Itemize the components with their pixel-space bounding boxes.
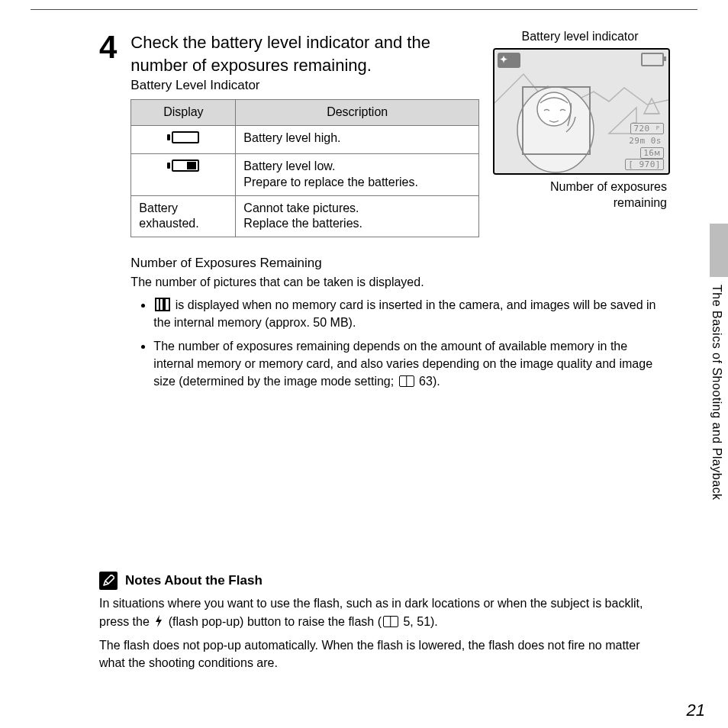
lcd-preview: ✦ 720 ᵖ 29m 0s 16ᴍ [ 970] bbox=[493, 48, 670, 175]
page-refs: 5, 51). bbox=[403, 615, 437, 628]
page-number: 21 bbox=[687, 701, 705, 720]
exposures-intro: The number of pictures that can be taken… bbox=[130, 274, 667, 291]
cell-description: Cannot take pictures. Replace the batter… bbox=[236, 195, 479, 237]
step-4: 4 Check the battery level indicator and … bbox=[99, 27, 667, 396]
step-title-line2: number of exposures remaining. bbox=[130, 56, 372, 75]
step-number: 4 bbox=[99, 31, 117, 63]
bullet-text: is displayed when no memory card is inse… bbox=[153, 298, 656, 329]
lcd-preview-wrap: Battery level indicator bbox=[493, 30, 667, 211]
notes-paragraph: The flash does not pop-up automatically.… bbox=[99, 636, 667, 672]
notes-section: Notes About the Flash In situations wher… bbox=[99, 572, 667, 672]
recording-time-remaining: 29m 0s bbox=[627, 136, 664, 146]
col-display: Display bbox=[131, 100, 236, 126]
list-item: The number of exposures remaining depend… bbox=[153, 337, 667, 391]
disp-line: exhausted. bbox=[139, 217, 198, 230]
table-row: Battery level low. Prepare to replace th… bbox=[131, 153, 479, 195]
manual-page: The Basics of Shooting and Playback 4 Ch… bbox=[31, 9, 697, 728]
exposures-subhead: Number of Exposures Remaining bbox=[130, 256, 667, 271]
notes-title: Notes About the Flash bbox=[125, 573, 263, 588]
page-ref-icon bbox=[399, 375, 414, 387]
exposures-remaining-count: [ 970] bbox=[625, 159, 664, 170]
lcd-bottom-caption: Number of exposures remaining bbox=[493, 179, 667, 211]
cell-display bbox=[131, 126, 236, 154]
internal-memory-icon bbox=[155, 298, 170, 311]
list-item: is displayed when no memory card is inse… bbox=[153, 296, 667, 331]
disp-line: Battery bbox=[139, 201, 178, 214]
image-size-badge: 16ᴍ bbox=[640, 147, 664, 159]
caption-line: Number of exposures bbox=[550, 180, 667, 193]
notes-paragraph: In situations where you want to use the … bbox=[99, 594, 667, 631]
lcd-top-caption: Battery level indicator bbox=[493, 30, 667, 43]
notes-heading: Notes About the Flash bbox=[99, 572, 667, 590]
scene-mode-badge: ✦ bbox=[500, 54, 507, 65]
exposures-bullets: is displayed when no memory card is inse… bbox=[130, 296, 667, 391]
desc-line: Battery level low. bbox=[243, 159, 335, 172]
battery-low-icon bbox=[167, 159, 199, 172]
af-area-bracket bbox=[522, 86, 591, 155]
step-title-line1: Check the battery level indicator and th… bbox=[130, 33, 430, 52]
notes-text: (flash pop-up) button to raise the flash… bbox=[165, 615, 382, 628]
page-ref-icon bbox=[383, 616, 398, 627]
col-description: Description bbox=[236, 100, 479, 126]
desc-line: Replace the batteries. bbox=[243, 217, 362, 230]
pencil-icon bbox=[99, 572, 118, 590]
step-title: Check the battery level indicator and th… bbox=[130, 31, 479, 76]
table-row: Battery level high. bbox=[131, 126, 479, 154]
flash-icon bbox=[154, 614, 163, 632]
cell-description: Battery level low. Prepare to replace th… bbox=[236, 153, 479, 195]
step-body: Check the battery level indicator and th… bbox=[130, 27, 667, 396]
section-tab bbox=[710, 224, 728, 277]
table-header-row: Display Description bbox=[131, 100, 479, 126]
cell-description: Battery level high. bbox=[236, 126, 479, 154]
desc-line: Cannot take pictures. bbox=[243, 201, 359, 214]
battery-level-table: Display Description Battery level high. bbox=[130, 99, 479, 237]
battery-indicator-icon bbox=[641, 53, 664, 66]
right-column: Battery level indicator bbox=[493, 27, 667, 211]
cell-display: Battery exhausted. bbox=[131, 195, 236, 237]
battery-high-icon bbox=[167, 130, 199, 144]
video-resolution-badge: 720 ᵖ bbox=[630, 123, 664, 134]
left-column: Check the battery level indicator and th… bbox=[130, 27, 479, 237]
desc-line: Prepare to replace the batteries. bbox=[243, 176, 418, 188]
cell-display bbox=[131, 153, 236, 195]
table-row: Battery exhausted. Cannot take pictures.… bbox=[131, 195, 479, 237]
battery-subhead: Battery Level Indicator bbox=[130, 78, 479, 93]
page-ref: 63). bbox=[419, 375, 440, 388]
section-title-vertical: The Basics of Shooting and Playback bbox=[710, 285, 723, 501]
step-columns: Check the battery level indicator and th… bbox=[130, 27, 667, 237]
caption-line: remaining bbox=[614, 196, 667, 209]
